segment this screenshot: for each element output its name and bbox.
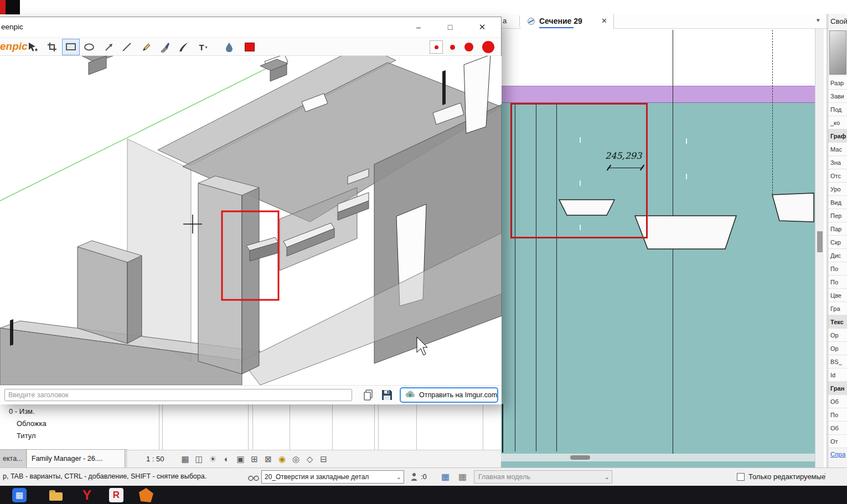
resize-grip[interactable]: ⋰ — [818, 471, 827, 481]
tab-project[interactable]: екта... — [0, 450, 27, 468]
dimension-text[interactable]: 245,293 — [605, 150, 642, 161]
copy-button[interactable] — [361, 388, 375, 402]
tab-close-icon[interactable]: ✕ — [601, 17, 607, 25]
vertical-scroll-handle[interactable] — [817, 231, 823, 252]
property-row[interactable]: Гран — [828, 382, 847, 395]
property-row[interactable]: Уро — [828, 183, 847, 196]
property-row[interactable]: Граф — [828, 129, 847, 143]
view-control-icon[interactable]: ☀ — [209, 454, 218, 464]
yandex-browser-icon[interactable]: Y — [80, 488, 94, 502]
property-row[interactable]: Дис — [828, 249, 847, 262]
property-row[interactable]: Мас — [828, 143, 847, 156]
pen-tool-button[interactable] — [175, 39, 192, 55]
file-explorer-icon[interactable] — [49, 488, 63, 502]
property-row[interactable]: Скр — [828, 236, 847, 249]
crop-tool-button[interactable] — [44, 39, 60, 55]
browser-item[interactable]: Титул — [17, 432, 36, 440]
property-row[interactable]: Вид — [828, 196, 847, 209]
r-app-icon[interactable]: R — [109, 488, 123, 502]
property-row[interactable]: Отс — [828, 169, 847, 183]
view-control-icon[interactable]: ⊠ — [264, 454, 273, 464]
property-row[interactable]: Цве — [828, 289, 847, 302]
property-row[interactable]: Под — [828, 103, 847, 116]
tab-family-manager[interactable]: Family Manager - 26.... — [27, 450, 125, 468]
caption-input[interactable] — [4, 389, 352, 401]
design-options-icon[interactable]: ▦ — [441, 471, 450, 482]
rectangle-tool-button[interactable] — [63, 39, 79, 55]
view-control-icon[interactable]: ⊟ — [319, 454, 328, 464]
property-row[interactable]: Ор — [828, 342, 847, 355]
tab-bar-caret-icon[interactable]: ▾ — [817, 17, 820, 24]
active-tab-underline — [539, 27, 574, 28]
text-tool-button[interactable]: T▾ — [194, 39, 213, 55]
view-control-icon[interactable]: ◇ — [306, 454, 314, 464]
close-button[interactable]: ✕ — [469, 17, 495, 37]
ellipse-tool-button[interactable] — [81, 39, 97, 55]
editing-requests-icon[interactable] — [411, 472, 417, 484]
blur-tool-button[interactable] — [221, 39, 237, 55]
view-control-icon[interactable]: ◫ — [195, 454, 204, 464]
calculator-icon[interactable]: ▦ — [12, 488, 27, 502]
view-control-icon[interactable]: ▦ — [181, 454, 190, 464]
property-row[interactable]: BS_ — [828, 355, 847, 368]
scale-button[interactable]: 1 : 50 — [146, 455, 164, 463]
property-row[interactable]: Текс — [828, 315, 847, 329]
view-control-icon[interactable]: ⊞ — [250, 454, 259, 464]
revit-annotation-rectangle[interactable] — [510, 103, 648, 238]
greenpic-window: eenpic – □ ✕ enpic — [0, 17, 502, 404]
property-row[interactable]: От — [828, 435, 847, 448]
property-row[interactable]: Гра — [828, 302, 847, 315]
vertical-scrollbar[interactable] — [815, 29, 824, 467]
arrow-tool-button[interactable] — [101, 39, 117, 55]
browser-item[interactable]: 0 - Изм. — [9, 407, 35, 415]
view-control-icon[interactable]: ◎ — [292, 454, 301, 464]
property-row[interactable]: По — [828, 408, 847, 422]
tab-section-29[interactable]: Сечение 29 ✕ — [521, 14, 614, 29]
annotation-toolbar: enpic — [0, 37, 501, 56]
view-control-icon[interactable]: ◉ — [278, 454, 287, 464]
editable-only-checkbox[interactable] — [737, 473, 745, 481]
property-row[interactable]: По — [828, 262, 847, 276]
partial-tab-label[interactable]: а — [503, 17, 507, 25]
capture-canvas[interactable] — [0, 56, 502, 385]
horizontal-scroll-handle[interactable] — [570, 455, 590, 460]
property-row[interactable]: Об — [828, 422, 847, 435]
pencil-tool-button[interactable] — [138, 39, 155, 55]
stroke-size-medium[interactable] — [450, 45, 455, 50]
view-control-icon[interactable]: ◐ — [223, 454, 231, 464]
maximize-button[interactable]: □ — [437, 17, 463, 37]
upload-imgur-button[interactable]: Отправить на Imgur.com — [400, 387, 498, 403]
property-row[interactable]: Пар — [828, 222, 847, 236]
help-link[interactable]: Спра — [830, 451, 845, 458]
property-row[interactable]: По — [828, 276, 847, 289]
active-workset-dropdown[interactable]: 20_Отверстия и закладные детал ⌄ — [261, 470, 404, 484]
browser-item[interactable]: Обложка — [17, 419, 47, 428]
design-option-dropdown[interactable]: Главная модель ⌄ — [474, 470, 612, 484]
brush-tool-button[interactable] — [157, 39, 173, 55]
move-tool-button[interactable] — [24, 39, 41, 55]
property-row[interactable]: Id — [828, 368, 847, 382]
property-row[interactable]: Зна — [828, 156, 847, 169]
orange-app-icon[interactable] — [139, 488, 153, 502]
status-hint: р, TAB - варианты, CTRL - добавление, SH… — [3, 472, 206, 480]
stroke-size-small[interactable] — [430, 40, 443, 54]
color-swatch-button[interactable] — [241, 39, 258, 55]
stroke-size-large[interactable] — [464, 43, 473, 51]
property-row[interactable]: Пер — [828, 209, 847, 222]
property-row[interactable]: _ко — [828, 116, 847, 129]
horizontal-scrollbar[interactable] — [501, 454, 815, 461]
property-row[interactable]: Зави — [828, 90, 847, 103]
property-row[interactable]: Об — [828, 395, 847, 408]
design-options-icon-2[interactable]: ▦ — [458, 471, 467, 482]
minimize-button[interactable]: – — [406, 17, 431, 37]
line-tool-button[interactable] — [118, 39, 135, 55]
view-control-icon[interactable]: ▣ — [236, 454, 245, 464]
stroke-size-xlarge[interactable] — [482, 41, 494, 53]
property-row[interactable]: Ор — [828, 329, 847, 342]
opening-3[interactable] — [772, 193, 814, 222]
window-title-bar[interactable]: eenpic – □ ✕ — [0, 17, 501, 37]
section-view[interactable]: 245,293 — [501, 29, 815, 467]
property-row[interactable]: Разр — [828, 76, 847, 90]
opening-2[interactable] — [635, 216, 736, 249]
save-button[interactable] — [380, 388, 394, 402]
